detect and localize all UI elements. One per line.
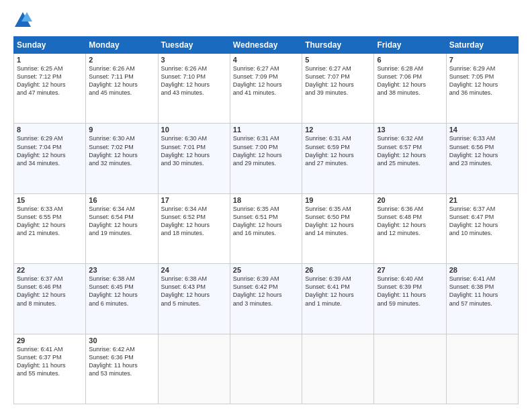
- day-number: 19: [305, 196, 371, 204]
- calendar: SundayMondayTuesdayWednesdayThursdayFrid…: [13, 36, 519, 404]
- calendar-header-saturday: Saturday: [446, 37, 518, 54]
- day-number: 14: [449, 126, 515, 134]
- calendar-cell: [302, 334, 374, 404]
- day-number: 17: [161, 196, 227, 204]
- day-info: Sunrise: 6:40 AMSunset: 6:39 PMDaylight:…: [377, 275, 443, 308]
- day-number: 30: [89, 336, 154, 345]
- calendar-cell: 10Sunrise: 6:30 AMSunset: 7:01 PMDayligh…: [158, 124, 230, 193]
- day-info: Sunrise: 6:26 AMSunset: 7:10 PMDaylight:…: [161, 64, 227, 97]
- day-info: Sunrise: 6:37 AMSunset: 6:47 PMDaylight:…: [449, 205, 515, 238]
- day-number: 18: [233, 196, 299, 204]
- calendar-cell: 24Sunrise: 6:38 AMSunset: 6:43 PMDayligh…: [158, 264, 230, 334]
- day-number: 25: [233, 266, 299, 274]
- day-number: 13: [377, 126, 443, 134]
- calendar-cell: 7Sunrise: 6:29 AMSunset: 7:05 PMDaylight…: [446, 54, 518, 124]
- day-info: Sunrise: 6:30 AMSunset: 7:01 PMDaylight:…: [161, 134, 227, 167]
- calendar-cell: 18Sunrise: 6:35 AMSunset: 6:51 PMDayligh…: [230, 193, 302, 263]
- header: [13, 11, 519, 30]
- calendar-cell: 16Sunrise: 6:34 AMSunset: 6:54 PMDayligh…: [86, 193, 158, 263]
- calendar-cell: [446, 334, 518, 404]
- calendar-header-row: SundayMondayTuesdayWednesdayThursdayFrid…: [14, 37, 519, 54]
- day-number: 2: [89, 56, 154, 64]
- calendar-cell: 27Sunrise: 6:40 AMSunset: 6:39 PMDayligh…: [374, 264, 446, 334]
- calendar-cell: 5Sunrise: 6:27 AMSunset: 7:07 PMDaylight…: [302, 54, 374, 124]
- day-number: 22: [17, 266, 83, 274]
- day-number: 16: [89, 196, 154, 204]
- day-info: Sunrise: 6:34 AMSunset: 6:52 PMDaylight:…: [161, 205, 227, 238]
- day-number: 9: [89, 126, 154, 134]
- day-number: 6: [377, 56, 443, 64]
- day-number: 5: [305, 56, 371, 64]
- day-number: 26: [305, 266, 371, 274]
- day-number: 10: [161, 126, 227, 134]
- day-info: Sunrise: 6:28 AMSunset: 7:06 PMDaylight:…: [377, 64, 443, 97]
- day-number: 12: [305, 126, 371, 134]
- calendar-header-wednesday: Wednesday: [230, 37, 302, 54]
- day-info: Sunrise: 6:42 AMSunset: 6:36 PMDaylight:…: [89, 345, 154, 378]
- calendar-cell: 2Sunrise: 6:26 AMSunset: 7:11 PMDaylight…: [86, 54, 158, 124]
- day-info: Sunrise: 6:41 AMSunset: 6:38 PMDaylight:…: [449, 275, 515, 308]
- day-number: 15: [17, 196, 83, 204]
- day-info: Sunrise: 6:27 AMSunset: 7:09 PMDaylight:…: [233, 64, 299, 97]
- calendar-cell: 12Sunrise: 6:31 AMSunset: 6:59 PMDayligh…: [302, 124, 374, 193]
- calendar-cell: 19Sunrise: 6:35 AMSunset: 6:50 PMDayligh…: [302, 193, 374, 263]
- calendar-week-2: 8Sunrise: 6:29 AMSunset: 7:04 PMDaylight…: [14, 124, 519, 193]
- calendar-cell: 6Sunrise: 6:28 AMSunset: 7:06 PMDaylight…: [374, 54, 446, 124]
- day-number: 8: [17, 126, 83, 134]
- calendar-cell: 14Sunrise: 6:33 AMSunset: 6:56 PMDayligh…: [446, 124, 518, 193]
- calendar-cell: 17Sunrise: 6:34 AMSunset: 6:52 PMDayligh…: [158, 193, 230, 263]
- day-number: 20: [377, 196, 443, 204]
- day-number: 1: [17, 56, 83, 64]
- calendar-cell: 15Sunrise: 6:33 AMSunset: 6:55 PMDayligh…: [14, 193, 86, 263]
- day-info: Sunrise: 6:35 AMSunset: 6:51 PMDaylight:…: [233, 205, 299, 238]
- page: SundayMondayTuesdayWednesdayThursdayFrid…: [0, 0, 532, 411]
- day-info: Sunrise: 6:29 AMSunset: 7:05 PMDaylight:…: [449, 64, 515, 97]
- day-info: Sunrise: 6:35 AMSunset: 6:50 PMDaylight:…: [305, 205, 371, 238]
- calendar-week-1: 1Sunrise: 6:25 AMSunset: 7:12 PMDaylight…: [14, 54, 519, 124]
- calendar-cell: 28Sunrise: 6:41 AMSunset: 6:38 PMDayligh…: [446, 264, 518, 334]
- calendar-cell: 8Sunrise: 6:29 AMSunset: 7:04 PMDaylight…: [14, 124, 86, 193]
- day-info: Sunrise: 6:34 AMSunset: 6:54 PMDaylight:…: [89, 205, 154, 238]
- day-info: Sunrise: 6:32 AMSunset: 6:57 PMDaylight:…: [377, 134, 443, 167]
- day-info: Sunrise: 6:31 AMSunset: 6:59 PMDaylight:…: [305, 134, 371, 167]
- calendar-cell: 3Sunrise: 6:26 AMSunset: 7:10 PMDaylight…: [158, 54, 230, 124]
- day-number: 3: [161, 56, 227, 64]
- calendar-cell: [158, 334, 230, 404]
- day-info: Sunrise: 6:39 AMSunset: 6:42 PMDaylight:…: [233, 275, 299, 308]
- calendar-cell: 30Sunrise: 6:42 AMSunset: 6:36 PMDayligh…: [86, 334, 158, 404]
- day-info: Sunrise: 6:38 AMSunset: 6:43 PMDaylight:…: [161, 275, 227, 308]
- calendar-cell: 23Sunrise: 6:38 AMSunset: 6:45 PMDayligh…: [86, 264, 158, 334]
- calendar-cell: 22Sunrise: 6:37 AMSunset: 6:46 PMDayligh…: [14, 264, 86, 334]
- calendar-cell: 1Sunrise: 6:25 AMSunset: 7:12 PMDaylight…: [14, 54, 86, 124]
- calendar-header-monday: Monday: [86, 37, 158, 54]
- day-number: 27: [377, 266, 443, 274]
- day-info: Sunrise: 6:31 AMSunset: 7:00 PMDaylight:…: [233, 134, 299, 167]
- calendar-cell: 25Sunrise: 6:39 AMSunset: 6:42 PMDayligh…: [230, 264, 302, 334]
- day-number: 29: [17, 336, 83, 345]
- calendar-cell: 21Sunrise: 6:37 AMSunset: 6:47 PMDayligh…: [446, 193, 518, 263]
- day-info: Sunrise: 6:29 AMSunset: 7:04 PMDaylight:…: [17, 134, 83, 167]
- logo-icon: [13, 11, 32, 30]
- day-number: 23: [89, 266, 154, 274]
- calendar-header-tuesday: Tuesday: [158, 37, 230, 54]
- calendar-cell: 20Sunrise: 6:36 AMSunset: 6:48 PMDayligh…: [374, 193, 446, 263]
- calendar-cell: [230, 334, 302, 404]
- calendar-cell: [374, 334, 446, 404]
- logo: [13, 11, 35, 30]
- day-info: Sunrise: 6:41 AMSunset: 6:37 PMDaylight:…: [17, 345, 83, 378]
- day-info: Sunrise: 6:33 AMSunset: 6:55 PMDaylight:…: [17, 205, 83, 238]
- day-info: Sunrise: 6:30 AMSunset: 7:02 PMDaylight:…: [89, 134, 154, 167]
- calendar-cell: 9Sunrise: 6:30 AMSunset: 7:02 PMDaylight…: [86, 124, 158, 193]
- day-number: 7: [449, 56, 515, 64]
- day-info: Sunrise: 6:39 AMSunset: 6:41 PMDaylight:…: [305, 275, 371, 308]
- calendar-week-4: 22Sunrise: 6:37 AMSunset: 6:46 PMDayligh…: [14, 264, 519, 334]
- day-info: Sunrise: 6:37 AMSunset: 6:46 PMDaylight:…: [17, 275, 83, 308]
- day-info: Sunrise: 6:27 AMSunset: 7:07 PMDaylight:…: [305, 64, 371, 97]
- calendar-cell: 13Sunrise: 6:32 AMSunset: 6:57 PMDayligh…: [374, 124, 446, 193]
- calendar-header-friday: Friday: [374, 37, 446, 54]
- calendar-cell: 11Sunrise: 6:31 AMSunset: 7:00 PMDayligh…: [230, 124, 302, 193]
- calendar-week-3: 15Sunrise: 6:33 AMSunset: 6:55 PMDayligh…: [14, 193, 519, 263]
- day-info: Sunrise: 6:25 AMSunset: 7:12 PMDaylight:…: [17, 64, 83, 97]
- calendar-cell: 29Sunrise: 6:41 AMSunset: 6:37 PMDayligh…: [14, 334, 86, 404]
- day-info: Sunrise: 6:36 AMSunset: 6:48 PMDaylight:…: [377, 205, 443, 238]
